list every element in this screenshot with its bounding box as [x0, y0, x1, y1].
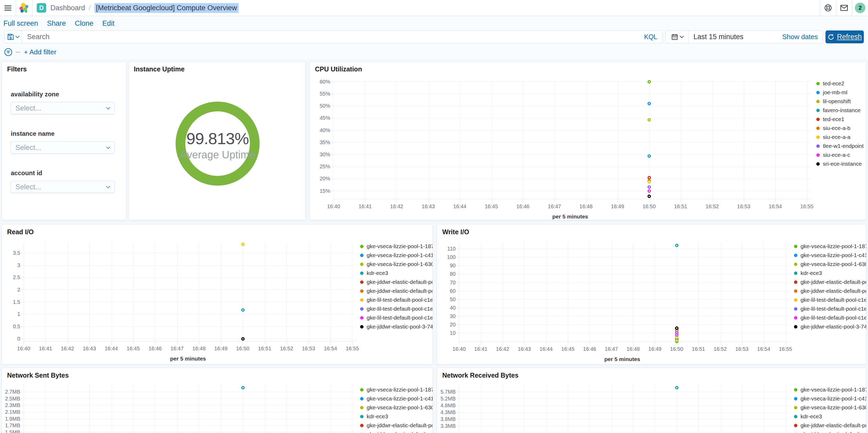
- x-axis-label: 16:48: [622, 346, 644, 352]
- legend-item[interactable]: lil-openshift: [816, 97, 864, 106]
- legend-label: gke-lil-test-default-pool-c1e...: [801, 306, 866, 312]
- time-range-value[interactable]: Last 15 minutes: [693, 33, 744, 41]
- data-point-siu-ece-a-c[interactable]: [648, 189, 651, 193]
- legend-item[interactable]: kdr-ece3: [360, 269, 433, 278]
- legend-item[interactable]: gke-vseca-lizzie-pool-1-1877...: [794, 242, 866, 251]
- page-title[interactable]: [Metricbeat Googlecloud] Compute Overvie…: [94, 3, 239, 13]
- legend-item[interactable]: gke-lil-test-default-pool-c1e...: [794, 295, 866, 304]
- gridline: [611, 384, 612, 433]
- x-axis-label: 16:43: [79, 346, 100, 352]
- legend-item[interactable]: gke-vseca-lizzie-pool-1-1877...: [360, 385, 433, 394]
- filter-options-icon[interactable]: [4, 48, 12, 56]
- data-point-ted-ece1[interactable]: [648, 176, 651, 179]
- data-point-gke-jddwr-elastic-pool-3-74[interactable]: [241, 337, 245, 341]
- legend-label: favero-instance: [823, 107, 861, 113]
- data-point-gke-jddwr-elastic-pool-3-74[interactable]: [675, 326, 679, 330]
- data-point-tlee-w1-endpoint[interactable]: [648, 185, 651, 189]
- legend-item[interactable]: siu-ece-a-a: [816, 133, 864, 142]
- elastic-logo[interactable]: [16, 3, 32, 13]
- instance-name-select[interactable]: Select...: [10, 141, 115, 154]
- legend-item[interactable]: gke-lil-test-default-pool-c1e...: [360, 295, 433, 304]
- legend-item[interactable]: kdr-ece3: [794, 269, 866, 278]
- data-point-siu-ece-a-a[interactable]: [648, 180, 651, 183]
- calendar-icon: [671, 33, 678, 40]
- x-axis-label: 16:43: [417, 203, 439, 209]
- saved-query-menu-button[interactable]: [4, 31, 22, 43]
- data-point-kdr-ece3[interactable]: [675, 386, 679, 389]
- newsfeed-button[interactable]: [836, 0, 852, 16]
- legend-item[interactable]: tlee-w1-endpoint: [816, 142, 864, 150]
- space-badge[interactable]: D: [37, 3, 46, 12]
- legend-swatch: [794, 245, 797, 248]
- axis-tick: [21, 405, 24, 405]
- legend-item[interactable]: favero-instance: [816, 106, 864, 115]
- legend-item[interactable]: gke-lil-test-default-pool-c1e...: [794, 313, 866, 322]
- data-point-gke-lil-test-default-pool-c1e[interactable]: [675, 333, 679, 337]
- legend-item[interactable]: gke-jddwr-elastic-default-po...: [794, 421, 866, 430]
- y-axis-label: 100: [437, 254, 456, 260]
- y-axis-label: 25%: [309, 164, 330, 170]
- data-point-favero-instance[interactable]: [648, 154, 651, 158]
- legend-item[interactable]: gke-jddwr-elastic-default-po...: [360, 421, 433, 430]
- legend-item[interactable]: gke-jddwr-elastic-pool-3-74...: [360, 322, 433, 331]
- uptime-gauge-text: 99.813% Average Uptime: [176, 129, 259, 162]
- data-point-ted-ece2[interactable]: [648, 80, 651, 84]
- breadcrumb-dashboard-link[interactable]: Dashboard: [51, 4, 85, 12]
- date-quick-select-button[interactable]: [665, 31, 689, 43]
- legend-item[interactable]: sri-ece-instance: [816, 160, 864, 168]
- legend-item[interactable]: gke-vseca-lizzie-pool-1-630...: [360, 403, 433, 412]
- legend-item[interactable]: kdr-ece3: [360, 412, 433, 421]
- data-point-kdr-ece3[interactable]: [241, 308, 245, 312]
- gridline: [720, 242, 720, 342]
- data-point-sri-ece-instance[interactable]: [648, 195, 651, 198]
- legend-item[interactable]: gke-jddwr-elastic-default-po...: [794, 287, 866, 295]
- account-id-select[interactable]: Select...: [10, 181, 115, 193]
- data-point-joe-mb-ml[interactable]: [648, 102, 651, 105]
- help-button[interactable]: [820, 0, 836, 16]
- legend-label: gke-vseca-lizzie-pool-1-1877...: [367, 243, 433, 250]
- data-point-kdr-ece3[interactable]: [675, 244, 679, 247]
- legend-item[interactable]: gke-vseca-lizzie-pool-1-c417...: [794, 394, 866, 403]
- legend-item[interactable]: joe-mb-ml: [816, 88, 864, 97]
- legend-item[interactable]: gke-lil-test-default-pool-c1e...: [360, 313, 433, 322]
- refresh-button[interactable]: Refresh: [826, 30, 864, 43]
- legend-item[interactable]: siu-ece-a-c: [816, 150, 864, 160]
- legend-item[interactable]: gke-jddwr-elastic-default-po...: [360, 430, 433, 433]
- legend-item[interactable]: gke-vseca-lizzie-pool-1-630...: [794, 403, 866, 412]
- legend-item[interactable]: gke-lil-test-default-pool-c1e...: [794, 304, 866, 313]
- availability-zone-select[interactable]: Select...: [10, 102, 115, 114]
- legend-item[interactable]: gke-vseca-lizzie-pool-1-630...: [794, 260, 866, 269]
- gridline: [681, 81, 681, 199]
- legend-item[interactable]: gke-vseca-lizzie-pool-1-630...: [360, 260, 433, 269]
- query-language-button[interactable]: KQL: [639, 33, 662, 41]
- legend-item[interactable]: gke-jddwr-elastic-default-po...: [360, 287, 433, 295]
- legend-item[interactable]: gke-jddwr-elastic-pool-3-74...: [794, 322, 866, 331]
- data-point-kdr-ece3[interactable]: [241, 386, 245, 389]
- gridline: [460, 81, 460, 199]
- show-dates-button[interactable]: Show dates: [782, 33, 818, 41]
- legend-item[interactable]: gke-vseca-lizzie-pool-1-1877...: [794, 385, 866, 394]
- menu-hamburger-icon[interactable]: [0, 0, 16, 16]
- legend-item[interactable]: gke-jddwr-elastic-default-po...: [360, 278, 433, 287]
- y-axis-label: 50: [437, 296, 456, 302]
- search-input[interactable]: [22, 33, 639, 41]
- legend-item[interactable]: gke-lil-test-default-pool-c1e...: [360, 304, 433, 313]
- legend-item[interactable]: gke-jddwr-elastic-default-po...: [794, 430, 866, 433]
- data-point-lil-openshift[interactable]: [648, 118, 651, 122]
- legend-item[interactable]: ted-ece1: [816, 115, 864, 124]
- data-point-gke-lil-test-default-pool-c1e[interactable]: [241, 242, 245, 246]
- add-filter-button[interactable]: + Add filter: [24, 48, 56, 56]
- legend-item[interactable]: gke-vseca-lizzie-pool-1-1877...: [360, 242, 433, 251]
- legend-item[interactable]: siu-ece-a-b: [816, 124, 864, 133]
- legend-item[interactable]: ted-ece2: [816, 79, 864, 88]
- legend-item[interactable]: gke-vseca-lizzie-pool-1-c417...: [360, 251, 433, 260]
- toolbar-link-share[interactable]: Share: [47, 20, 66, 28]
- legend-item[interactable]: gke-vseca-lizzie-pool-1-c417...: [794, 251, 866, 260]
- legend-item[interactable]: kdr-ece3: [794, 412, 866, 421]
- user-menu-button[interactable]: 2: [852, 0, 868, 16]
- legend-item[interactable]: gke-jddwr-elastic-default-po...: [794, 278, 866, 287]
- legend-item[interactable]: gke-vseca-lizzie-pool-1-c417...: [360, 394, 433, 403]
- toolbar-link-full-screen[interactable]: Full screen: [3, 20, 38, 28]
- toolbar-link-edit[interactable]: Edit: [102, 20, 115, 28]
- toolbar-link-clone[interactable]: Clone: [75, 20, 93, 28]
